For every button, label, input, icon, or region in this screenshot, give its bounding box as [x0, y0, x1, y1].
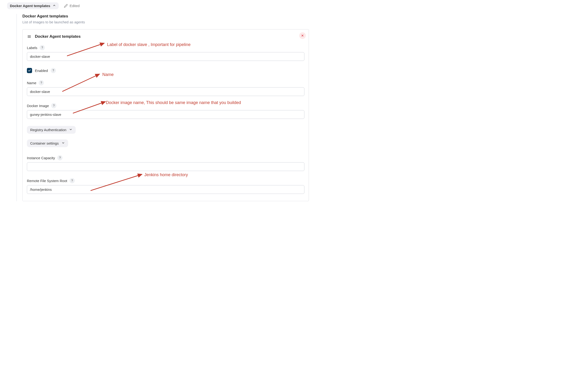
name-label: Name — [27, 81, 36, 85]
name-input[interactable] — [27, 87, 304, 96]
enabled-label: Enabled — [35, 69, 48, 73]
drag-handle-icon[interactable] — [27, 35, 32, 39]
close-panel-button[interactable]: ✕ — [299, 32, 306, 39]
pencil-icon — [64, 4, 68, 8]
field-instance-capacity: Instance Capacity ? — [27, 155, 304, 171]
labels-label: Labels — [27, 46, 37, 50]
docker-image-label: Docker Image — [27, 104, 49, 108]
breadcrumb-pill[interactable]: Docker Agent templates — [7, 2, 59, 9]
instance-capacity-input[interactable] — [27, 162, 304, 171]
edited-label: Edited — [69, 4, 80, 8]
template-panel: Docker Agent templates ✕ Labels ? Label … — [22, 29, 309, 201]
docker-image-input[interactable] — [27, 110, 304, 119]
help-icon[interactable]: ? — [51, 68, 56, 73]
help-icon[interactable]: ? — [39, 80, 44, 85]
enabled-checkbox[interactable] — [27, 68, 32, 73]
field-labels: Labels ? Label of docker slave , Importa… — [27, 45, 304, 61]
labels-input[interactable] — [27, 52, 304, 61]
topbar: Docker Agent templates Edited — [7, 1, 309, 13]
help-icon[interactable]: ? — [51, 103, 56, 108]
container-settings-expander[interactable]: Container settings — [27, 140, 68, 147]
breadcrumb-label: Docker Agent templates — [10, 4, 50, 8]
remote-fs-root-label: Remote File System Root — [27, 179, 67, 183]
edited-indicator: Edited — [64, 4, 80, 8]
annotation-remote-fs: Jenkins home directory — [144, 172, 188, 177]
field-remote-fs-root: Remote File System Root ? Jenkins home d… — [27, 178, 304, 194]
section-subtitle: List of Images to be launched as agents — [22, 20, 309, 24]
panel-title: Docker Agent templates — [35, 34, 81, 39]
help-icon[interactable]: ? — [57, 155, 62, 160]
field-docker-image: Docker Image ? Docker image name, This s… — [27, 103, 304, 119]
registry-authentication-expander[interactable]: Registry Authentication — [27, 126, 76, 134]
close-icon: ✕ — [301, 34, 304, 38]
instance-capacity-label: Instance Capacity — [27, 156, 55, 160]
section-title: Docker Agent templates — [22, 14, 309, 19]
chevron-down-icon — [62, 141, 65, 145]
chevron-down-icon — [69, 128, 72, 132]
field-enabled: Enabled ? — [27, 68, 304, 73]
chevron-up-icon — [53, 4, 56, 8]
field-name: Name ? Name — [27, 80, 304, 96]
remote-fs-root-input[interactable] — [27, 185, 304, 194]
help-icon[interactable]: ? — [40, 45, 45, 50]
registry-authentication-label: Registry Authentication — [30, 128, 66, 132]
help-icon[interactable]: ? — [69, 178, 75, 183]
container-settings-label: Container settings — [30, 141, 59, 145]
check-icon — [28, 69, 31, 72]
